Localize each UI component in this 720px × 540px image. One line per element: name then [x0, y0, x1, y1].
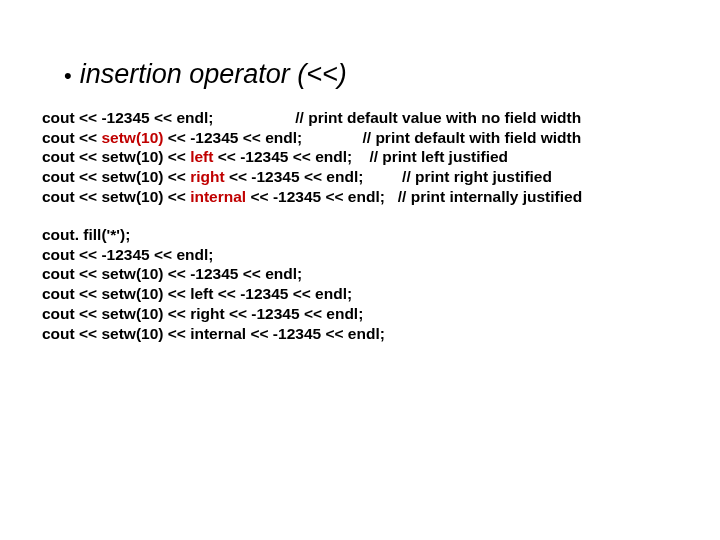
code-text: << -12345 << endl; — [225, 168, 402, 185]
code-text: cout << setw(10) << — [42, 188, 190, 205]
code-line: cout << setw(10) << left << -12345 << en… — [42, 284, 680, 304]
heading-text: insertion operator (<<) — [80, 60, 347, 90]
code-text: cout << -12345 << endl; — [42, 109, 295, 126]
code-line: cout << setw(10) << -12345 << endl; — [42, 264, 680, 284]
code-line: cout << -12345 << endl; // print default… — [42, 108, 680, 128]
code-block-1: cout << -12345 << endl; // print default… — [42, 108, 680, 207]
code-comment: // print internally justified — [398, 188, 582, 205]
code-line: cout. fill('*'); — [42, 225, 680, 245]
code-block-2: cout. fill('*'); cout << -12345 << endl;… — [42, 225, 680, 344]
code-line: cout << setw(10) << left << -12345 << en… — [42, 147, 680, 167]
code-text: << -12345 << endl; — [163, 129, 362, 146]
code-comment: // print left justified — [369, 148, 508, 165]
slide: • insertion operator (<<) cout << -12345… — [0, 0, 720, 384]
code-line: cout << setw(10) << right << -12345 << e… — [42, 304, 680, 324]
code-line: cout << setw(10) << internal << -12345 <… — [42, 324, 680, 344]
code-text: cout << setw(10) << — [42, 168, 190, 185]
code-keyword: internal — [190, 188, 246, 205]
code-comment: // print right justified — [402, 168, 552, 185]
code-text: << -12345 << endl; — [246, 188, 398, 205]
spacer — [40, 207, 680, 225]
code-keyword: setw(10) — [101, 129, 163, 146]
code-comment: // print default with field width — [362, 129, 581, 146]
code-text: cout << setw(10) << — [42, 148, 190, 165]
heading-row: • insertion operator (<<) — [40, 60, 680, 90]
code-comment: // print default value with no field wid… — [295, 109, 581, 126]
code-line: cout << setw(10) << right << -12345 << e… — [42, 167, 680, 187]
bullet-icon: • — [64, 65, 72, 87]
code-text: cout << — [42, 129, 101, 146]
code-keyword: left — [190, 148, 213, 165]
code-keyword: right — [190, 168, 224, 185]
code-line: cout << setw(10) << internal << -12345 <… — [42, 187, 680, 207]
code-line: cout << setw(10) << -12345 << endl; // p… — [42, 128, 680, 148]
code-text: << -12345 << endl; — [213, 148, 369, 165]
code-line: cout << -12345 << endl; — [42, 245, 680, 265]
